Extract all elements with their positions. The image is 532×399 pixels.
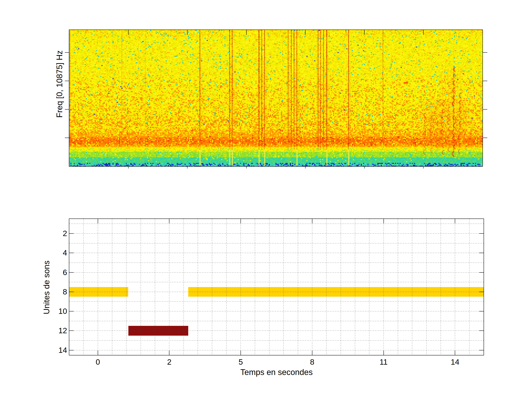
- x-tick: [455, 351, 455, 355]
- minor-gridline-x: [455, 219, 455, 355]
- top-plot-y-tick-right: [483, 52, 487, 53]
- top-plot-x-tick: [187, 30, 188, 35]
- minor-gridline-x: [255, 219, 255, 355]
- spectrogram-plot: [69, 30, 483, 167]
- top-plot-y-tick-right: [483, 109, 487, 109]
- y-tick-mirror: [479, 330, 484, 331]
- y-tick: [69, 233, 74, 234]
- top-plot-y-tick-left: [65, 138, 69, 138]
- bottom-plot-xlabel: Temps en secondes: [240, 367, 313, 377]
- top-plot-y-tick-left: [65, 109, 69, 109]
- minor-gridline-x: [383, 219, 384, 355]
- gridline-y: [69, 282, 484, 282]
- minor-gridline-x: [126, 219, 127, 355]
- x-tick-mirror: [383, 219, 384, 223]
- x-tick-mirror: [312, 219, 312, 223]
- top-plot-x-tick: [128, 30, 129, 35]
- minor-gridline-x: [83, 219, 84, 355]
- sound-units-plot: [69, 219, 484, 355]
- x-tick-label: 14: [442, 358, 468, 367]
- y-tick-mirror: [479, 253, 484, 253]
- minor-gridline-x: [412, 219, 412, 355]
- x-tick-mirror: [98, 219, 98, 223]
- top-plot-x-tick: [423, 30, 424, 35]
- minor-gridline-x: [184, 219, 184, 355]
- y-tick-mirror: [479, 350, 484, 350]
- gridline-y: [69, 292, 484, 292]
- gridline-y: [69, 243, 484, 243]
- x-tick-label: 11: [371, 358, 397, 367]
- gridline-y: [69, 311, 484, 311]
- x-tick: [98, 351, 98, 355]
- top-plot-x-tick: [364, 30, 365, 35]
- gridline-y: [69, 223, 484, 224]
- y-tick-mirror: [479, 233, 484, 234]
- x-tick: [383, 351, 384, 355]
- x-tick-label: 2: [156, 358, 182, 367]
- minor-gridline-x: [269, 219, 270, 355]
- x-tick-mirror: [455, 219, 455, 223]
- minor-gridline-x: [226, 219, 227, 355]
- minor-gridline-x: [469, 219, 469, 355]
- top-plot-x-tick: [246, 30, 247, 35]
- y-tick-label: 14: [49, 346, 67, 355]
- y-tick-label: 12: [49, 326, 67, 335]
- minor-gridline-x: [212, 219, 212, 355]
- gridline-y: [69, 253, 484, 253]
- minor-gridline-x: [283, 219, 284, 355]
- minor-gridline-x: [112, 219, 112, 355]
- gridline-y: [69, 272, 484, 273]
- y-tick-label: 8: [49, 287, 67, 296]
- x-tick-label: 8: [299, 358, 325, 367]
- gridline-y: [69, 330, 484, 331]
- matlab-figure: Freq [0, 10875] Hz Unites de sons Temps …: [0, 0, 532, 399]
- minor-gridline-x: [241, 219, 241, 355]
- minor-gridline-x: [298, 219, 298, 355]
- gridline-y: [69, 262, 484, 263]
- y-tick-label: 10: [49, 307, 67, 316]
- minor-gridline-x: [398, 219, 398, 355]
- x-tick: [312, 351, 312, 355]
- y-tick: [69, 330, 74, 331]
- minor-gridline-x: [198, 219, 198, 355]
- x-tick: [241, 351, 241, 355]
- minor-gridline-x: [341, 219, 341, 355]
- minor-gridline-x: [426, 219, 427, 355]
- top-plot-y-tick-right: [483, 81, 487, 81]
- x-tick-mirror: [169, 219, 169, 223]
- minor-gridline-x: [169, 219, 169, 355]
- y-tick-mirror: [479, 292, 484, 292]
- y-tick-label: 6: [49, 268, 67, 277]
- y-tick: [69, 350, 74, 350]
- minor-gridline-x: [140, 219, 141, 355]
- gridline-y: [69, 233, 484, 234]
- minor-gridline-x: [312, 219, 312, 355]
- x-tick-mirror: [241, 219, 241, 223]
- minor-gridline-x: [155, 219, 155, 355]
- gridline-y: [69, 301, 484, 302]
- y-tick: [69, 311, 74, 311]
- top-plot-x-tick-bottom: [364, 166, 365, 168]
- y-tick: [69, 253, 74, 253]
- top-plot-x-tick: [305, 30, 305, 35]
- gridline-y: [69, 340, 484, 341]
- minor-gridline-x: [98, 219, 98, 355]
- top-plot-x-tick-bottom: [246, 166, 247, 168]
- top-plot-x-tick-bottom: [305, 166, 305, 168]
- top-plot-y-tick-right: [483, 138, 487, 138]
- x-tick-label: 5: [228, 358, 254, 367]
- minor-gridline-x: [441, 219, 441, 355]
- minor-gridline-x: [355, 219, 355, 355]
- minor-gridline-x: [369, 219, 369, 355]
- top-plot-y-tick-left: [65, 81, 69, 81]
- top-plot-x-tick-bottom: [128, 166, 129, 168]
- spectrogram-image: [69, 30, 482, 166]
- y-tick-label: 2: [49, 229, 67, 238]
- top-plot-ylabel: Freq [0, 10875] Hz: [55, 51, 64, 118]
- top-plot-x-tick-bottom: [187, 166, 188, 168]
- y-tick-label: 4: [49, 248, 67, 257]
- y-tick-mirror: [479, 311, 484, 311]
- gridline-y: [69, 350, 484, 350]
- x-tick-label: 0: [85, 358, 111, 367]
- minor-gridline-x: [326, 219, 327, 355]
